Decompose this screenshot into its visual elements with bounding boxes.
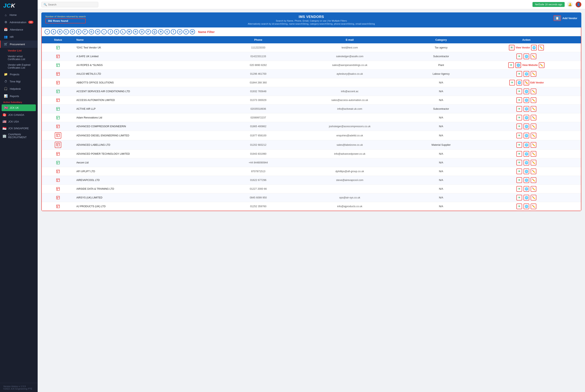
view-website-button[interactable]: 🌐	[524, 115, 529, 120]
alpha-btn-M[interactable]: M	[126, 29, 132, 34]
view-website-button[interactable]: 🌐	[524, 168, 529, 174]
alpha-btn-E[interactable]: E	[76, 29, 82, 34]
view-website-button[interactable]: 🌐	[524, 142, 529, 148]
edit-vendor-button[interactable]: ✏️	[531, 54, 536, 59]
edit-vendor-button[interactable]: ✏️	[538, 45, 544, 50]
alpha-btn-W[interactable]: W	[190, 29, 195, 34]
view-vendor-button[interactable]: 👁	[508, 62, 514, 68]
alpha-btn-L[interactable]: L	[120, 29, 126, 34]
edit-vendor-button[interactable]: ✏️	[531, 106, 536, 112]
view-website-button[interactable]: 🌐	[524, 133, 529, 138]
view-vendor-button[interactable]: 👁	[516, 115, 522, 120]
sidebar-item-vendor-list[interactable]: Vendor List	[0, 48, 38, 54]
edit-vendor-button[interactable]: ✏️	[531, 142, 536, 148]
view-vendor-button[interactable]: 👁	[516, 106, 522, 112]
view-vendor-button[interactable]: 👁	[516, 97, 522, 103]
view-vendor-button[interactable]: 👁	[516, 54, 522, 59]
sidebar-item-vendor-w-cert[interactable]: Vendor with Expired Certificates List	[0, 62, 38, 71]
alpha-btn-H[interactable]: H	[95, 29, 100, 34]
sidebar-item-procurement[interactable]: 🛒Procurement	[0, 40, 38, 48]
edit-vendor-button[interactable]: ✏️	[531, 97, 536, 103]
alpha-btn-V[interactable]: V	[184, 29, 189, 34]
subsidiary-item-jck-singapore[interactable]: 🇸🇬JCK SINGAPORE	[0, 125, 38, 132]
view-vendor-button[interactable]: 👁	[516, 142, 522, 148]
sidebar-item-helpdesk[interactable]: 🎧Helpdesk	[0, 85, 38, 92]
view-website-button[interactable]: 🌐	[524, 97, 529, 103]
view-vendor-button[interactable]: 👁	[516, 195, 522, 200]
alpha-btn-A[interactable]: A	[51, 29, 56, 34]
view-vendor-button[interactable]: 👁	[516, 177, 522, 183]
view-vendor-button[interactable]: 👁	[516, 204, 522, 209]
alpha-btn-P[interactable]: P	[146, 29, 151, 34]
add-vendor-button[interactable]: 📋 Add Vendor	[554, 15, 577, 21]
view-website-button[interactable]: 🌐	[516, 80, 522, 86]
view-vendor-button[interactable]: 👁	[516, 168, 522, 174]
sidebar-item-home[interactable]: ⌂Home	[0, 12, 38, 18]
subsidiary-item-jck-uk[interactable]: 🇬🇧JCK UK	[2, 104, 36, 111]
alpha-btn-T[interactable]: T	[171, 29, 176, 34]
sidebar-item-administration[interactable]: ⚙Administration 93	[0, 18, 38, 26]
view-website-button[interactable]: 🌐	[524, 88, 529, 94]
view-website-button[interactable]: 🌐	[524, 71, 529, 77]
view-website-button[interactable]: 🌐	[524, 106, 529, 112]
edit-vendor-button[interactable]: ✏️	[531, 204, 536, 209]
edit-vendor-button[interactable]: ✏️	[539, 62, 544, 68]
view-website-button[interactable]: 🌐	[516, 62, 521, 68]
view-vendor-button[interactable]: 👁	[516, 133, 522, 138]
view-vendor-button[interactable]: 👁	[516, 151, 522, 157]
view-vendor-button[interactable]: 👁	[509, 80, 515, 86]
sidebar-item-time-mgt[interactable]: ⏱Time Mgt	[0, 78, 38, 85]
alpha-btn-Q[interactable]: Q	[152, 29, 157, 34]
alpha-btn-J[interactable]: J	[108, 29, 113, 34]
sidebar-item-hr[interactable]: 👥HR	[0, 33, 38, 40]
view-vendor-button[interactable]: 👁	[509, 45, 514, 50]
subsidiary-item-jck-usa[interactable]: 🇺🇸JCK USA	[0, 118, 38, 125]
alpha-btn-O[interactable]: O	[139, 29, 144, 34]
sidebar-item-vendor-wo-cert[interactable]: Vendor w/out Certificates List	[0, 54, 38, 62]
edit-vendor-button[interactable]: ✏️	[531, 71, 536, 77]
view-website-button[interactable]: 🌐	[524, 204, 529, 209]
edit-vendor-button[interactable]: ✏️	[531, 160, 536, 166]
alpha-btn-C[interactable]: C	[64, 29, 69, 34]
view-vendor-button[interactable]: 👁	[516, 186, 522, 192]
alpha-btn-G[interactable]: G	[89, 29, 94, 34]
sidebar-item-reports[interactable]: 📊Reports	[0, 92, 38, 100]
view-website-button[interactable]: 🌐	[524, 160, 529, 166]
search-input[interactable]	[48, 3, 96, 6]
edit-vendor-button[interactable]: ✏️	[531, 186, 536, 192]
view-website-button[interactable]: 🌐	[524, 195, 529, 200]
sidebar-item-attendance[interactable]: 📅Attendance	[0, 26, 38, 33]
notification-bell[interactable]: 🔔	[567, 2, 573, 7]
view-vendor-button[interactable]: 👁	[516, 88, 522, 94]
sidebar-item-projects[interactable]: 📁Projects	[0, 71, 38, 78]
view-vendor-button[interactable]: 👁	[516, 71, 522, 77]
edit-vendor-button[interactable]: ✏️	[531, 124, 536, 129]
subsidiary-item-jck-canada[interactable]: 🇨🇦JCK CANADA	[0, 112, 38, 118]
edit-vendor-button[interactable]: ✏️	[531, 177, 536, 183]
alpha-btn-S[interactable]: S	[164, 29, 170, 34]
view-vendor-button[interactable]: 👁	[516, 160, 522, 166]
edit-vendor-button[interactable]: ✏️	[524, 80, 529, 86]
alpha-btn-B[interactable]: B	[57, 29, 62, 34]
user-avatar[interactable]: 👤	[576, 2, 581, 7]
alpha-btn-I[interactable]: I	[101, 29, 107, 34]
alpha-btn-+[interactable]: +	[44, 29, 50, 34]
alpha-btn-F[interactable]: F	[82, 29, 88, 34]
subsidiary-item-chapman[interactable]: 🏢CHAPMAN RECRUITMENT	[0, 132, 38, 140]
view-website-button[interactable]: 🌐	[524, 124, 529, 129]
alpha-btn-U[interactable]: U	[177, 29, 182, 34]
edit-vendor-button[interactable]: ✏️	[531, 115, 536, 120]
edit-vendor-button[interactable]: ✏️	[531, 133, 536, 138]
search-box[interactable]: 🔍	[41, 2, 98, 7]
alpha-btn-N[interactable]: N	[133, 29, 138, 34]
view-vendor-button[interactable]: 👁	[516, 124, 522, 129]
view-website-button[interactable]: 🌐	[524, 151, 529, 157]
view-website-button[interactable]: 🌐	[531, 45, 537, 50]
edit-vendor-button[interactable]: ✏️	[531, 151, 536, 157]
view-website-button[interactable]: 🌐	[524, 54, 529, 59]
edit-vendor-button[interactable]: ✏️	[531, 195, 536, 200]
edit-vendor-button[interactable]: ✏️	[531, 88, 536, 94]
view-website-button[interactable]: 🌐	[524, 177, 529, 183]
alpha-btn-R[interactable]: R	[158, 29, 164, 34]
alpha-btn-D[interactable]: D	[70, 29, 75, 34]
